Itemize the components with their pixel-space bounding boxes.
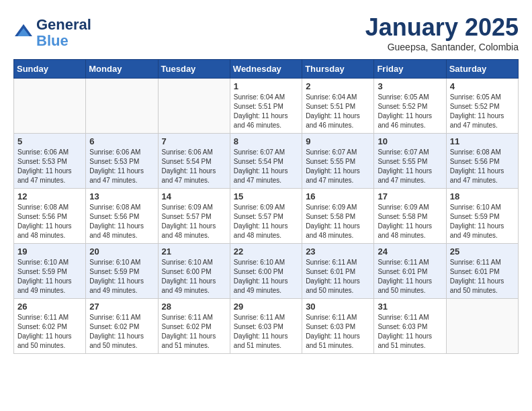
day-info: Sunrise: 6:11 AM Sunset: 6:03 PM Dayligh… [234, 313, 298, 351]
day-number: 9 [306, 136, 370, 146]
day-number: 15 [234, 191, 298, 201]
day-info: Sunrise: 6:11 AM Sunset: 6:01 PM Dayligh… [306, 258, 370, 295]
day-info: Sunrise: 6:04 AM Sunset: 5:51 PM Dayligh… [306, 93, 370, 130]
calendar-day-cell: 28Sunrise: 6:11 AM Sunset: 6:02 PM Dayli… [158, 299, 230, 354]
day-info: Sunrise: 6:07 AM Sunset: 5:55 PM Dayligh… [306, 148, 370, 185]
title-block: January 2025 Gueepsa, Santander, Colombi… [365, 13, 519, 52]
calendar-day-cell [86, 79, 158, 134]
logo-text: General Blue [36, 17, 91, 49]
day-number: 26 [17, 302, 82, 312]
day-number: 30 [306, 302, 370, 312]
calendar-day-cell: 14Sunrise: 6:09 AM Sunset: 5:57 PM Dayli… [158, 189, 230, 244]
calendar-week-row: 12Sunrise: 6:08 AM Sunset: 5:56 PM Dayli… [14, 189, 519, 244]
day-number: 28 [162, 302, 226, 312]
calendar-table: SundayMondayTuesdayWednesdayThursdayFrid… [13, 59, 519, 354]
day-info: Sunrise: 6:05 AM Sunset: 5:52 PM Dayligh… [450, 93, 515, 130]
day-info: Sunrise: 6:10 AM Sunset: 5:59 PM Dayligh… [450, 203, 515, 240]
calendar-day-cell: 26Sunrise: 6:11 AM Sunset: 6:02 PM Dayli… [14, 299, 86, 354]
day-number: 18 [450, 191, 515, 201]
day-info: Sunrise: 6:09 AM Sunset: 5:58 PM Dayligh… [378, 203, 442, 240]
day-number: 1 [234, 81, 298, 91]
calendar-day-cell: 2Sunrise: 6:04 AM Sunset: 5:51 PM Daylig… [302, 79, 374, 134]
day-number: 24 [378, 246, 442, 257]
weekday-header-monday: Monday [86, 60, 158, 79]
day-number: 31 [378, 302, 442, 312]
calendar-day-cell: 13Sunrise: 6:08 AM Sunset: 5:56 PM Dayli… [86, 189, 158, 244]
day-info: Sunrise: 6:08 AM Sunset: 5:56 PM Dayligh… [89, 203, 154, 240]
calendar-day-cell: 21Sunrise: 6:10 AM Sunset: 6:00 PM Dayli… [158, 244, 230, 299]
calendar-day-cell [14, 79, 86, 134]
calendar-day-cell: 19Sunrise: 6:10 AM Sunset: 5:59 PM Dayli… [14, 244, 86, 299]
day-number: 12 [17, 191, 82, 201]
calendar-day-cell: 3Sunrise: 6:05 AM Sunset: 5:52 PM Daylig… [374, 79, 446, 134]
calendar-day-cell: 1Sunrise: 6:04 AM Sunset: 5:51 PM Daylig… [230, 79, 302, 134]
calendar-day-cell: 23Sunrise: 6:11 AM Sunset: 6:01 PM Dayli… [302, 244, 374, 299]
day-info: Sunrise: 6:10 AM Sunset: 5:59 PM Dayligh… [89, 258, 154, 295]
day-info: Sunrise: 6:08 AM Sunset: 5:56 PM Dayligh… [17, 203, 82, 240]
calendar-day-cell: 9Sunrise: 6:07 AM Sunset: 5:55 PM Daylig… [302, 134, 374, 189]
calendar-day-cell: 17Sunrise: 6:09 AM Sunset: 5:58 PM Dayli… [374, 189, 446, 244]
day-info: Sunrise: 6:05 AM Sunset: 5:52 PM Dayligh… [378, 93, 442, 130]
day-info: Sunrise: 6:09 AM Sunset: 5:58 PM Dayligh… [306, 203, 370, 240]
weekday-header-tuesday: Tuesday [158, 60, 230, 79]
calendar-week-row: 26Sunrise: 6:11 AM Sunset: 6:02 PM Dayli… [14, 299, 519, 354]
day-number: 7 [162, 136, 226, 146]
day-number: 20 [89, 246, 154, 257]
calendar-week-row: 1Sunrise: 6:04 AM Sunset: 5:51 PM Daylig… [14, 79, 519, 134]
weekday-header-wednesday: Wednesday [230, 60, 302, 79]
day-number: 14 [162, 191, 226, 201]
calendar-day-cell: 12Sunrise: 6:08 AM Sunset: 5:56 PM Dayli… [14, 189, 86, 244]
day-number: 2 [306, 81, 370, 91]
day-info: Sunrise: 6:08 AM Sunset: 5:56 PM Dayligh… [450, 148, 515, 185]
day-number: 10 [378, 136, 442, 146]
day-number: 27 [89, 302, 154, 312]
day-info: Sunrise: 6:11 AM Sunset: 6:02 PM Dayligh… [89, 313, 154, 351]
day-info: Sunrise: 6:11 AM Sunset: 6:02 PM Dayligh… [162, 313, 226, 351]
calendar-day-cell: 31Sunrise: 6:11 AM Sunset: 6:03 PM Dayli… [374, 299, 446, 354]
day-number: 25 [450, 246, 515, 257]
day-info: Sunrise: 6:06 AM Sunset: 5:53 PM Dayligh… [17, 148, 82, 185]
calendar-day-cell: 5Sunrise: 6:06 AM Sunset: 5:53 PM Daylig… [14, 134, 86, 189]
calendar-day-cell: 22Sunrise: 6:10 AM Sunset: 6:00 PM Dayli… [230, 244, 302, 299]
day-number: 13 [89, 191, 154, 201]
weekday-header-thursday: Thursday [302, 60, 374, 79]
calendar-day-cell: 4Sunrise: 6:05 AM Sunset: 5:52 PM Daylig… [446, 79, 518, 134]
calendar-day-cell: 16Sunrise: 6:09 AM Sunset: 5:58 PM Dayli… [302, 189, 374, 244]
day-info: Sunrise: 6:10 AM Sunset: 6:00 PM Dayligh… [234, 258, 298, 295]
calendar-day-cell: 11Sunrise: 6:08 AM Sunset: 5:56 PM Dayli… [446, 134, 518, 189]
day-number: 4 [450, 81, 515, 91]
day-number: 21 [162, 246, 226, 257]
day-info: Sunrise: 6:09 AM Sunset: 5:57 PM Dayligh… [162, 203, 226, 240]
day-number: 29 [234, 302, 298, 312]
day-number: 8 [234, 136, 298, 146]
day-info: Sunrise: 6:07 AM Sunset: 5:54 PM Dayligh… [234, 148, 298, 185]
day-number: 3 [378, 81, 442, 91]
weekday-header-row: SundayMondayTuesdayWednesdayThursdayFrid… [14, 60, 519, 79]
day-number: 23 [306, 246, 370, 257]
page-header: General Blue January 2025 Gueepsa, Santa… [13, 13, 519, 52]
logo-icon [13, 23, 34, 43]
day-info: Sunrise: 6:06 AM Sunset: 5:53 PM Dayligh… [89, 148, 154, 185]
weekday-header-sunday: Sunday [14, 60, 86, 79]
logo: General Blue [13, 17, 91, 49]
day-number: 17 [378, 191, 442, 201]
day-number: 19 [17, 246, 82, 257]
calendar-day-cell: 18Sunrise: 6:10 AM Sunset: 5:59 PM Dayli… [446, 189, 518, 244]
calendar-week-row: 19Sunrise: 6:10 AM Sunset: 5:59 PM Dayli… [14, 244, 519, 299]
day-number: 6 [89, 136, 154, 146]
location-text: Gueepsa, Santander, Colombia [365, 42, 519, 52]
day-info: Sunrise: 6:11 AM Sunset: 6:01 PM Dayligh… [450, 258, 515, 295]
calendar-week-row: 5Sunrise: 6:06 AM Sunset: 5:53 PM Daylig… [14, 134, 519, 189]
calendar-day-cell: 6Sunrise: 6:06 AM Sunset: 5:53 PM Daylig… [86, 134, 158, 189]
day-number: 16 [306, 191, 370, 201]
day-number: 22 [234, 246, 298, 257]
calendar-day-cell: 15Sunrise: 6:09 AM Sunset: 5:57 PM Dayli… [230, 189, 302, 244]
day-info: Sunrise: 6:11 AM Sunset: 6:03 PM Dayligh… [306, 313, 370, 351]
calendar-day-cell [158, 79, 230, 134]
month-title: January 2025 [365, 13, 519, 42]
calendar-day-cell: 27Sunrise: 6:11 AM Sunset: 6:02 PM Dayli… [86, 299, 158, 354]
day-info: Sunrise: 6:07 AM Sunset: 5:55 PM Dayligh… [378, 148, 442, 185]
calendar-day-cell: 30Sunrise: 6:11 AM Sunset: 6:03 PM Dayli… [302, 299, 374, 354]
calendar-day-cell: 20Sunrise: 6:10 AM Sunset: 5:59 PM Dayli… [86, 244, 158, 299]
calendar-day-cell: 8Sunrise: 6:07 AM Sunset: 5:54 PM Daylig… [230, 134, 302, 189]
